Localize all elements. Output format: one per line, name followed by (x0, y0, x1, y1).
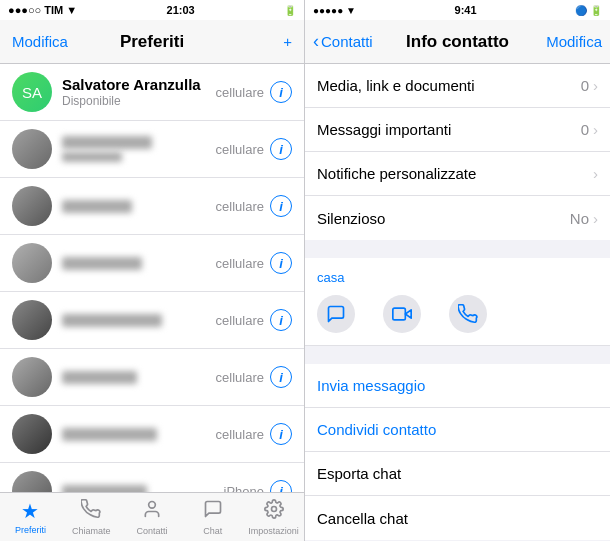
action-icons (317, 295, 598, 333)
info-button[interactable]: i (270, 195, 292, 217)
settings-icon (264, 499, 284, 524)
avatar (12, 186, 52, 226)
time-left: 21:03 (167, 4, 195, 16)
send-message-icon[interactable] (317, 295, 355, 333)
contact-type: cellulare (216, 85, 264, 100)
chevron-right-icon: › (593, 121, 598, 138)
contact-name-blurred (62, 200, 132, 213)
page-title-right: Info contatto (406, 32, 509, 52)
silenzioso-value: No (570, 210, 589, 227)
cancella-chat-row[interactable]: Cancella chat (305, 496, 610, 540)
avatar (12, 129, 52, 169)
contact-right: iPhone i (224, 480, 292, 492)
media-label: Media, link e documenti (317, 77, 581, 94)
nav-bar-right: ‹ Contatti Info contatto Modifica (305, 20, 610, 64)
signal-right: ●●●●● ▼ (313, 5, 356, 16)
messaggi-value: 0 (581, 121, 589, 138)
section-divider-2 (305, 346, 610, 364)
contact-type: cellulare (216, 427, 264, 442)
tab-chat[interactable]: Chat (182, 499, 243, 536)
list-item[interactable]: SA Salvatore Aranzulla Disponibile cellu… (0, 64, 304, 121)
info-sections: Media, link e documenti 0 › Messaggi imp… (305, 64, 610, 541)
invia-messaggio-label: Invia messaggio (317, 377, 425, 394)
contact-list: SA Salvatore Aranzulla Disponibile cellu… (0, 64, 304, 492)
page-title-left: Preferiti (120, 32, 184, 52)
silenzioso-row[interactable]: Silenzioso No › (305, 196, 610, 240)
notifiche-row[interactable]: Notifiche personalizzate › (305, 152, 610, 196)
list-item[interactable]: cellulare i (0, 349, 304, 406)
avatar (12, 300, 52, 340)
edit-button[interactable]: Modifica (12, 33, 68, 50)
contact-info: Salvatore Aranzulla Disponibile (62, 76, 216, 108)
list-item[interactable]: cellulare i (0, 121, 304, 178)
right-panel: ●●●●● ▼ 9:41 🔵 🔋 ‹ Contatti Info contatt… (305, 0, 610, 541)
back-label: Contatti (321, 33, 373, 50)
info-button[interactable]: i (270, 423, 292, 445)
casa-label: casa (317, 270, 598, 285)
tab-impostazioni[interactable]: Impostazioni (243, 499, 304, 536)
silenzioso-label: Silenzioso (317, 210, 570, 227)
chevron-left-icon: ‹ (313, 31, 319, 52)
info-button[interactable]: i (270, 309, 292, 331)
contact-right: cellulare i (216, 423, 292, 445)
contact-name-blurred (62, 371, 137, 384)
contact-info (62, 200, 216, 213)
info-button[interactable]: i (270, 480, 292, 492)
avatar (12, 357, 52, 397)
back-button[interactable]: ‹ Contatti (313, 31, 373, 52)
add-contact-button[interactable]: + (283, 33, 292, 50)
list-item[interactable]: cellulare i (0, 235, 304, 292)
tab-bar: ★ Preferiti Chiamate Contatti Chat Imp (0, 492, 304, 541)
status-bar-right: ●●●●● ▼ 9:41 🔵 🔋 (305, 0, 610, 20)
svg-point-0 (149, 501, 156, 508)
info-button[interactable]: i (270, 366, 292, 388)
info-button[interactable]: i (270, 81, 292, 103)
contact-name-blurred (62, 485, 147, 493)
svg-rect-3 (393, 308, 406, 320)
media-row[interactable]: Media, link e documenti 0 › (305, 64, 610, 108)
tab-contatti[interactable]: Contatti (122, 499, 183, 536)
contact-right: cellulare i (216, 81, 292, 103)
tab-label-impostazioni: Impostazioni (248, 526, 299, 536)
messaggi-label: Messaggi importanti (317, 121, 581, 138)
left-panel: ●●●○○ TIM ▼ 21:03 🔋 Modifica Preferiti +… (0, 0, 305, 541)
contact-name: Salvatore Aranzulla (62, 76, 216, 93)
media-value: 0 (581, 77, 589, 94)
phone-call-icon[interactable] (449, 295, 487, 333)
contact-right: cellulare i (216, 366, 292, 388)
video-call-icon[interactable] (383, 295, 421, 333)
contact-type: iPhone (224, 484, 264, 493)
contact-name-blurred (62, 136, 152, 149)
tab-preferiti[interactable]: ★ Preferiti (0, 499, 61, 535)
section-divider (305, 240, 610, 258)
list-item[interactable]: cellulare i (0, 178, 304, 235)
condividi-contatto-row[interactable]: Condividi contatto (305, 408, 610, 452)
chevron-right-icon: › (593, 165, 598, 182)
info-button[interactable]: i (270, 138, 292, 160)
list-item[interactable]: iPhone i (0, 463, 304, 492)
modifica-button[interactable]: Modifica (546, 33, 602, 50)
contact-info (62, 314, 216, 327)
tab-chiamate[interactable]: Chiamate (61, 499, 122, 536)
carrier-text: ●●●○○ TIM ▼ (8, 4, 77, 16)
contact-info (62, 136, 216, 162)
list-item[interactable]: cellulare i (0, 292, 304, 349)
contact-type: cellulare (216, 199, 264, 214)
messaggi-row[interactable]: Messaggi importanti 0 › (305, 108, 610, 152)
contact-name-blurred (62, 428, 157, 441)
esporta-chat-row[interactable]: Esporta chat (305, 452, 610, 496)
invia-messaggio-row[interactable]: Invia messaggio (305, 364, 610, 408)
tab-label-chat: Chat (203, 526, 222, 536)
time-right: 9:41 (455, 4, 477, 16)
contact-type: cellulare (216, 256, 264, 271)
list-item[interactable]: cellulare i (0, 406, 304, 463)
contact-right: cellulare i (216, 138, 292, 160)
contact-type: cellulare (216, 370, 264, 385)
avatar (12, 471, 52, 492)
star-icon: ★ (21, 499, 39, 523)
contact-status: Disponibile (62, 94, 216, 108)
info-button[interactable]: i (270, 252, 292, 274)
contact-type: cellulare (216, 142, 264, 157)
esporta-chat-label: Esporta chat (317, 465, 401, 482)
phone-icon (81, 499, 101, 524)
